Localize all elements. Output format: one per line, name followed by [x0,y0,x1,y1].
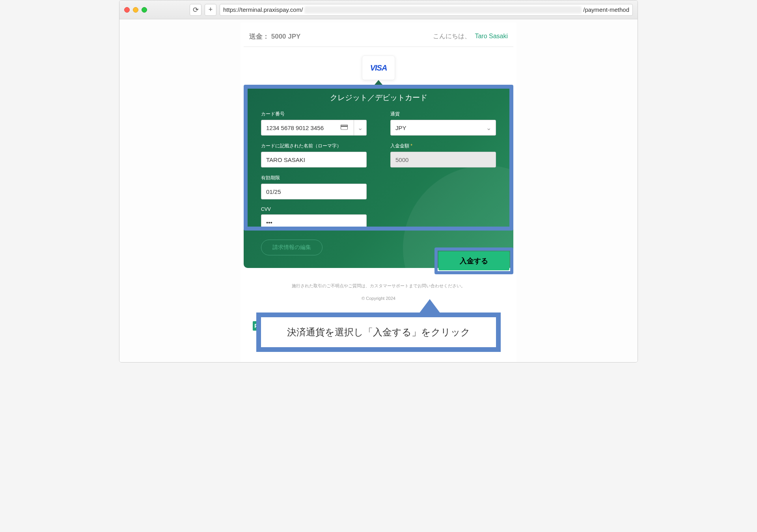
chevron-down-icon: ⌄ [358,124,363,132]
greeting-text: こんにちは、 [433,33,471,39]
page-content: 送金： 5000 JPY こんにちは、 Taro Sasaki VISA クレジ… [119,19,638,362]
expiry-input[interactable] [261,184,367,199]
visa-logo: VISA [370,63,387,73]
expiry-label: 有効期限 [261,175,367,181]
browser-window: ⟳ + https://terminal.praxispay.com/ /pay… [119,0,638,363]
window-controls [124,7,147,13]
amount-input [390,152,496,167]
card-brand-tab[interactable]: VISA [362,56,395,80]
url-obscured [304,6,582,13]
copyright-text: © Copyright 2024 [244,296,513,301]
card-icon [341,125,348,131]
form-panel-wrap: クレジット／デビットカード カード番号 ⌄ [244,86,513,274]
cardholder-name-input[interactable] [261,152,367,167]
deposit-button[interactable]: 入金する [438,251,509,270]
card-logo-wrap: VISA [244,56,513,80]
cardholder-name-label: カードに記載された名前（ローマ字） [261,143,367,149]
card-dropdown-toggle[interactable]: ⌄ [354,120,367,136]
card-number-input[interactable] [261,120,354,136]
tab-pointer-icon [375,80,382,85]
amount-label: 入金金額 * [390,143,496,149]
cvv-input[interactable] [261,214,367,230]
reload-icon: ⟳ [193,6,199,14]
currency-label: 通貨 [390,111,496,117]
header-row: 送金： 5000 JPY こんにちは、 Taro Sasaki [244,32,513,47]
reload-button[interactable]: ⟳ [190,4,201,16]
url-suffix: /payment-method [583,6,629,13]
callout-text: 決済通貨を選択し「入金する」をクリック [256,313,501,352]
callout-arrow-icon [418,299,442,315]
support-text: 施行された取引のご不明点やご質問は、カスタマーサポートまでお問い合わせください。 [244,283,513,289]
svg-rect-1 [341,126,348,127]
minimize-window-button[interactable] [133,7,138,13]
card-form-panel: クレジット／デビットカード カード番号 ⌄ [244,86,513,268]
url-bar[interactable]: https://terminal.praxispay.com/ /payment… [220,4,633,16]
deposit-row: 入金する [244,247,513,274]
new-tab-button[interactable]: + [205,4,216,16]
svg-rect-0 [341,125,348,130]
payment-container: 送金： 5000 JPY こんにちは、 Taro Sasaki VISA クレジ… [241,22,516,362]
maximize-window-button[interactable] [142,7,147,13]
panel-title: クレジット／デビットカード [261,93,496,103]
card-number-input-wrap: ⌄ [261,120,367,136]
currency-select[interactable] [390,120,496,136]
cvv-label: CVV [261,206,367,212]
browser-toolbar: ⟳ + https://terminal.praxispay.com/ /pay… [119,0,638,19]
instruction-callout: 決済通貨を選択し「入金する」をクリック [256,313,501,352]
user-name: Taro Sasaki [475,33,508,39]
greeting-block: こんにちは、 Taro Sasaki [433,32,508,41]
card-number-label: カード番号 [261,111,367,117]
transfer-amount: 送金： 5000 JPY [249,32,300,41]
plus-icon: + [209,6,213,14]
close-window-button[interactable] [124,7,130,13]
url-prefix: https://terminal.praxispay.com/ [223,6,303,13]
